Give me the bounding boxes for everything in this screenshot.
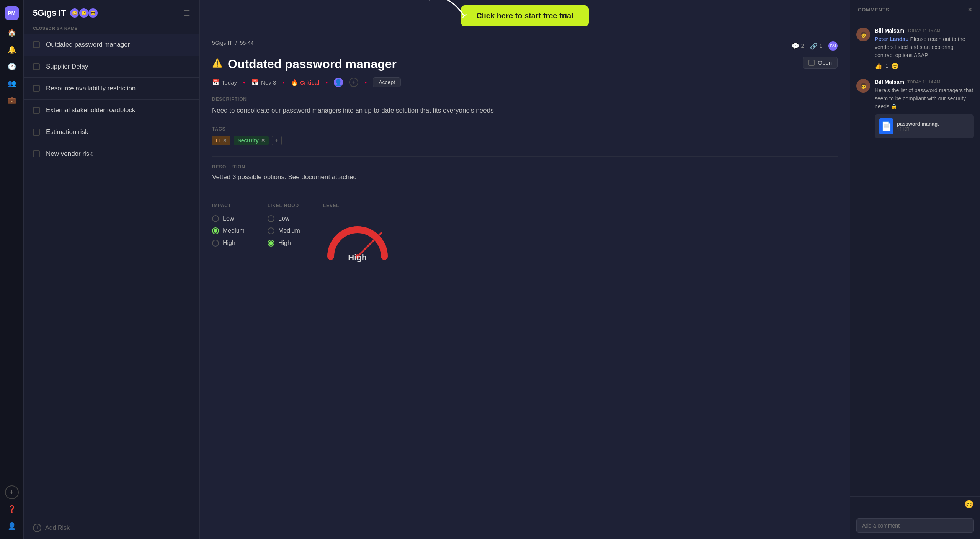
add-tag-button[interactable]: + (272, 136, 282, 145)
impact-col: IMPACT Low Medium High (212, 203, 245, 263)
file-info: password manag. 11 KB (897, 121, 939, 132)
link-icon: 🔗 (810, 42, 818, 50)
risk-name-3: Resource availability restriction (46, 85, 136, 92)
trial-button[interactable]: Click here to start free trial (461, 5, 588, 26)
add-workspace-button[interactable]: + (5, 485, 19, 499)
level-label: LEVEL (323, 203, 392, 208)
comment-author-row-1: Bill Malsam TODAY 11:15 AM (875, 28, 974, 34)
risk-name-4: External stakeholder roadblock (46, 106, 135, 114)
nav-profile[interactable]: 👤 (5, 519, 19, 533)
description-text: Need to consolidate our password manager… (212, 106, 838, 116)
meta-due[interactable]: 📅 Nov 3 (252, 79, 276, 86)
add-risk-button[interactable]: + Add Risk (24, 517, 199, 539)
dot-sep-3: ● (325, 80, 328, 85)
add-risk-label: Add Risk (45, 524, 70, 531)
title-row: ⚠️ Outdated password manager (212, 57, 397, 71)
tag-it-remove[interactable]: ✕ (223, 138, 227, 143)
description-label: DESCRIPTION (212, 96, 838, 102)
meta-avatar[interactable]: 👤 (334, 78, 343, 87)
comment-author-row-2: Bill Malsam TODAY 11:14 AM (875, 79, 974, 85)
risk-checkbox-3[interactable] (33, 85, 40, 92)
likelihood-low-label: Low (278, 215, 289, 222)
nav-help[interactable]: ❓ (5, 502, 19, 516)
risk-item-6[interactable]: New vendor risk (24, 143, 199, 165)
panel-menu-icon[interactable]: ☰ (183, 8, 190, 18)
assignee-avatar[interactable]: BM (828, 41, 838, 51)
main-content: Click here to start free trial 5Gigs IT … (200, 0, 850, 539)
risk-checkbox-6[interactable] (33, 150, 40, 157)
nav-notifications[interactable]: 🔔 (5, 43, 19, 57)
file-attachment[interactable]: 📄 password manag. 11 KB (875, 114, 974, 138)
tag-security-remove[interactable]: ✕ (261, 138, 265, 143)
impact-label: IMPACT (212, 203, 245, 208)
impact-medium-radio[interactable] (212, 227, 219, 234)
comment-input[interactable] (856, 518, 974, 533)
status-checkbox[interactable] (808, 60, 815, 66)
link-count: 1 (819, 43, 822, 49)
risk-item-2[interactable]: Supplier Delay (24, 56, 199, 78)
emoji-reaction-btn[interactable]: 😊 (964, 500, 974, 509)
likelihood-low[interactable]: Low (268, 215, 300, 222)
close-icon[interactable]: ✕ (968, 7, 972, 13)
risk-checkbox-5[interactable] (33, 129, 40, 136)
risk-name-6: New vendor risk (46, 150, 93, 158)
nav-work[interactable]: 💼 (5, 93, 19, 107)
impact-high-radio[interactable] (212, 240, 219, 247)
nav-people[interactable]: 👥 (5, 77, 19, 90)
likelihood-medium-radio[interactable] (268, 227, 274, 234)
breadcrumb-task-id[interactable]: 55-44 (240, 40, 254, 46)
tag-security[interactable]: Security ✕ (234, 136, 268, 145)
likelihood-low-radio[interactable] (268, 215, 274, 222)
comment-time-2: TODAY 11:14 AM (907, 80, 940, 84)
tags-row: IT ✕ Security ✕ + (212, 136, 838, 145)
smile-reaction[interactable]: 😊 (891, 62, 899, 70)
impact-low[interactable]: Low (212, 215, 245, 222)
risk-checkbox-4[interactable] (33, 107, 40, 114)
meta-row: 📅 Today ● 📅 Nov 3 ● 🔥 Critical ● 👤 + ● A… (212, 77, 838, 87)
comment-icon: 💬 (792, 42, 799, 50)
risk-checkbox-2[interactable] (33, 63, 40, 70)
comments-list: 🧑 Bill Malsam TODAY 11:15 AM Peter Landa… (850, 20, 980, 496)
likelihood-medium[interactable]: Medium (268, 227, 300, 234)
impact-low-label: Low (223, 215, 234, 222)
comments-panel: COMMENTS ✕ 🧑 Bill Malsam TODAY 11:15 AM … (850, 0, 980, 539)
dot-sep-1: ● (243, 80, 245, 85)
icon-sidebar: PM 🏠 🔔 🕐 👥 💼 + ❓ 👤 (0, 0, 24, 539)
impact-high[interactable]: High (212, 240, 245, 247)
comment-count-btn[interactable]: 💬 2 (792, 42, 804, 50)
comment-body-2: Bill Malsam TODAY 11:14 AM Here's the li… (875, 79, 974, 138)
likelihood-col: LIKELIHOOD Low Medium High (268, 203, 300, 263)
nav-history[interactable]: 🕐 (5, 60, 19, 74)
accept-button[interactable]: Accept (373, 77, 401, 87)
likelihood-high-radio[interactable] (268, 240, 274, 247)
status-badge[interactable]: Open (803, 57, 838, 69)
impact-medium-label: Medium (223, 227, 245, 234)
impact-medium[interactable]: Medium (212, 227, 245, 234)
add-assignee-button[interactable]: + (349, 78, 358, 87)
file-icon: 📄 (879, 118, 893, 134)
priority-badge[interactable]: 🔥 Critical (291, 79, 319, 86)
meta-start[interactable]: 📅 Today (212, 79, 237, 86)
warning-icon: ⚠️ (212, 58, 222, 68)
risk-list: Outdated password manager Supplier Delay… (24, 34, 199, 517)
comment-mention-1[interactable]: Peter Landau (875, 36, 909, 42)
start-date: Today (222, 79, 237, 86)
risk-item-4[interactable]: External stakeholder roadblock (24, 100, 199, 121)
impact-low-radio[interactable] (212, 215, 219, 222)
level-value: High (348, 253, 367, 263)
risk-name-2: Supplier Delay (46, 63, 88, 70)
risk-item-5[interactable]: Estimation risk (24, 121, 199, 143)
breadcrumb-workspace[interactable]: 5Gigs IT (212, 40, 232, 46)
app-logo[interactable]: PM (5, 6, 19, 20)
risk-item-3[interactable]: Resource availability restriction (24, 78, 199, 100)
risk-checkbox-1[interactable] (33, 41, 40, 48)
comment-body-1: Bill Malsam TODAY 11:15 AM Peter Landau … (875, 28, 974, 70)
link-count-btn[interactable]: 🔗 1 (810, 42, 822, 50)
risk-item-1[interactable]: Outdated password manager (24, 34, 199, 56)
tag-it[interactable]: IT ✕ (212, 136, 230, 145)
thumbs-up-reaction[interactable]: 👍 (875, 62, 882, 70)
status-label: Open (818, 59, 832, 66)
nav-home[interactable]: 🏠 (5, 26, 19, 40)
description-section: DESCRIPTION Need to consolidate our pass… (212, 96, 838, 116)
likelihood-high[interactable]: High (268, 240, 300, 247)
